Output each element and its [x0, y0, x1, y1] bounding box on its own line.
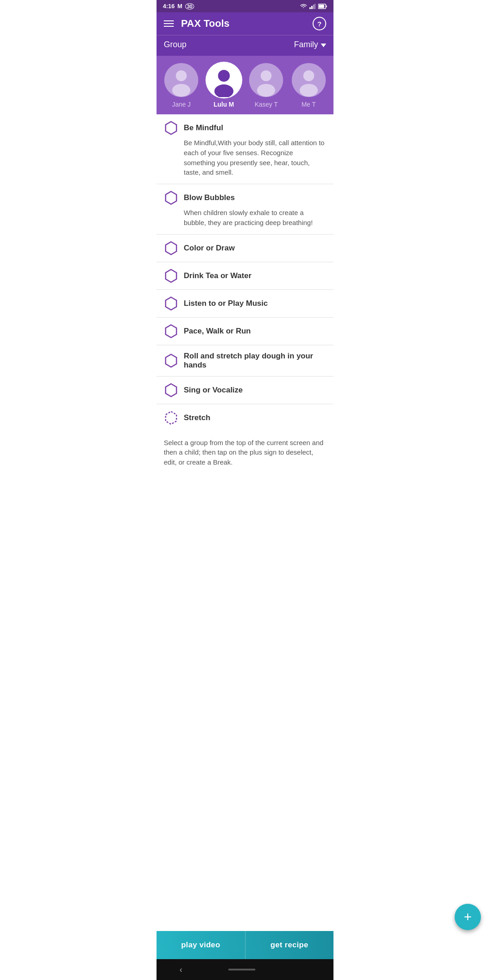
status-right — [300, 4, 327, 9]
svg-marker-21 — [166, 242, 176, 255]
members-bar: Jane J Lulu M Kasey T — [157, 56, 333, 114]
person-silhouette-lulu — [207, 63, 241, 97]
hex-icon-pace-walk — [164, 324, 178, 338]
svg-rect-3 — [314, 4, 316, 9]
svg-point-8 — [176, 70, 187, 81]
hex-icon-color-draw — [164, 241, 178, 255]
list-item-blow-bubbles[interactable]: Blow Bubbles When children slowly exhale… — [157, 184, 333, 235]
hex-icon-drink-tea — [164, 269, 178, 283]
svg-marker-20 — [166, 191, 176, 204]
svg-rect-2 — [313, 5, 314, 9]
svg-marker-22 — [166, 270, 176, 282]
selected-group-text: Family — [294, 40, 318, 49]
svg-point-9 — [172, 84, 191, 97]
list-item-header-be-mindful: Be Mindful — [164, 121, 326, 135]
list-item-play-dough[interactable]: Roll and stretch play dough in your hand… — [157, 345, 333, 377]
item-title-stretch: Stretch — [184, 413, 211, 422]
svg-point-14 — [261, 70, 272, 81]
wifi-icon — [300, 4, 307, 9]
person-silhouette-jane — [164, 63, 198, 97]
status-left: 4:16 M 30 — [163, 3, 194, 10]
svg-marker-24 — [166, 325, 176, 338]
group-bar: Group Family — [157, 35, 333, 56]
list-item-be-mindful[interactable]: Be Mindful Be Mindful,With your body sti… — [157, 114, 333, 184]
items-list: Be Mindful Be Mindful,With your body sti… — [157, 114, 333, 526]
svg-rect-1 — [311, 6, 313, 9]
hex-icon-play-dough — [164, 353, 178, 368]
app-title: PAX Tools — [181, 18, 230, 29]
svg-point-18 — [299, 84, 318, 97]
member-jane[interactable]: Jane J — [164, 63, 198, 108]
hamburger-line-2 — [164, 23, 174, 24]
group-label: Group — [164, 40, 186, 49]
person-silhouette-me — [292, 63, 326, 97]
list-item-header-blow-bubbles: Blow Bubbles — [164, 191, 326, 205]
member-kasey[interactable]: Kasey T — [249, 63, 283, 108]
battery-icon — [318, 4, 327, 9]
list-item-pace-walk[interactable]: Pace, Walk or Run — [157, 318, 333, 345]
avatar-lulu — [207, 63, 241, 97]
person-silhouette-kasey — [249, 63, 283, 97]
svg-rect-6 — [319, 5, 324, 8]
svg-marker-27 — [166, 412, 176, 424]
dropdown-arrow-icon — [321, 44, 326, 47]
svg-point-11 — [218, 70, 230, 82]
item-title-pace-walk: Pace, Walk or Run — [184, 327, 251, 336]
timer-icon: 30 — [185, 3, 194, 10]
member-name-me: Me T — [301, 101, 316, 108]
list-item-header-listen-music: Listen to or Play Music — [164, 296, 326, 311]
list-item-header-stretch: Stretch — [164, 411, 326, 425]
list-item-header-drink-tea: Drink Tea or Water — [164, 269, 326, 283]
list-item-color-draw[interactable]: Color or Draw — [157, 235, 333, 262]
hex-icon-blow-bubbles — [164, 191, 178, 205]
member-name-lulu: Lulu M — [214, 101, 234, 108]
item-title-blow-bubbles: Blow Bubbles — [184, 193, 235, 202]
member-lulu[interactable]: Lulu M — [207, 63, 241, 108]
item-desc-blow-bubbles: When children slowly exhale to create a … — [164, 208, 326, 228]
item-title-drink-tea: Drink Tea or Water — [184, 271, 251, 280]
item-title-sing: Sing or Vocalize — [184, 386, 243, 395]
member-name-jane: Jane J — [172, 101, 191, 108]
list-item-listen-music[interactable]: Listen to or Play Music — [157, 290, 333, 318]
hint-text: Select a group from the top of the curre… — [157, 431, 333, 472]
item-title-listen-music: Listen to or Play Music — [184, 299, 268, 308]
header-left: PAX Tools — [164, 18, 230, 29]
svg-rect-0 — [309, 7, 311, 9]
status-bar: 4:16 M 30 — [157, 0, 333, 12]
signal-icon — [309, 4, 316, 9]
member-name-kasey: Kasey T — [255, 101, 278, 108]
hamburger-line-3 — [164, 26, 174, 27]
svg-marker-23 — [166, 297, 176, 310]
item-title-be-mindful: Be Mindful — [184, 123, 223, 132]
list-item-sing[interactable]: Sing or Vocalize — [157, 377, 333, 404]
gmail-icon: M — [177, 3, 182, 10]
member-me[interactable]: Me T — [292, 63, 326, 108]
list-item-header-sing: Sing or Vocalize — [164, 383, 326, 397]
svg-marker-25 — [166, 354, 176, 367]
hamburger-line-1 — [164, 20, 174, 21]
avatar-me — [292, 63, 326, 97]
hex-icon-listen-music — [164, 296, 178, 311]
item-title-color-draw: Color or Draw — [184, 244, 235, 253]
svg-marker-26 — [166, 384, 176, 397]
avatar-jane — [164, 63, 198, 97]
menu-button[interactable] — [164, 20, 174, 27]
list-item-header-play-dough: Roll and stretch play dough in your hand… — [164, 352, 326, 370]
app-header: PAX Tools ? — [157, 12, 333, 35]
svg-point-15 — [257, 84, 275, 97]
hex-icon-stretch — [164, 411, 178, 425]
list-item-drink-tea[interactable]: Drink Tea or Water — [157, 262, 333, 290]
help-button[interactable]: ? — [313, 17, 326, 30]
svg-point-17 — [303, 70, 314, 81]
list-item-header-pace-walk: Pace, Walk or Run — [164, 324, 326, 338]
list-item-stretch[interactable]: Stretch — [157, 404, 333, 431]
list-item-header-color-draw: Color or Draw — [164, 241, 326, 255]
group-selector[interactable]: Family — [294, 40, 326, 49]
item-title-play-dough: Roll and stretch play dough in your hand… — [184, 352, 326, 370]
avatar-kasey — [249, 63, 283, 97]
hex-icon-sing — [164, 383, 178, 397]
item-desc-be-mindful: Be Mindful,With your body still, call at… — [164, 138, 326, 177]
status-time: 4:16 — [163, 3, 175, 10]
hex-icon-be-mindful — [164, 121, 178, 135]
svg-rect-5 — [326, 5, 327, 7]
